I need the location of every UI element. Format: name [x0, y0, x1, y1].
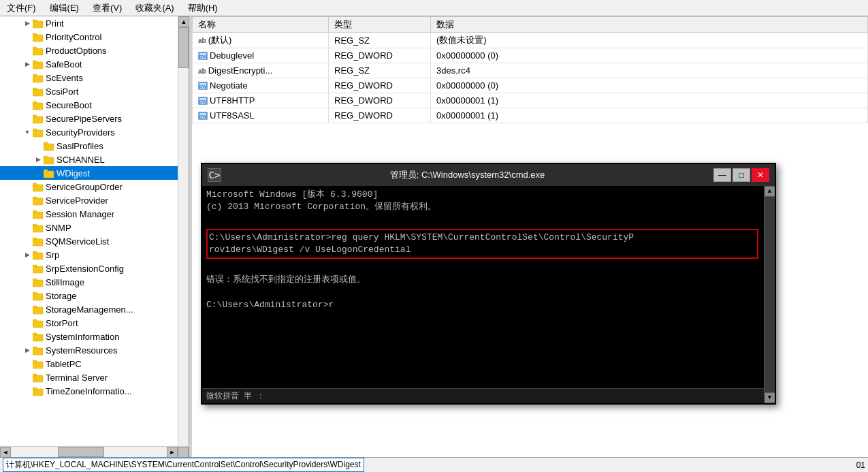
tree-item-systeminformation[interactable]: SystemInformation	[0, 330, 178, 343]
svg-rect-10	[33, 89, 43, 96]
hscroll-track	[11, 447, 167, 457]
tree-toggle-terminal-server[interactable]	[22, 372, 33, 383]
tree-toggle-schannel[interactable]: ▶	[33, 154, 44, 165]
tree-item-systemresources[interactable]: ▶ SystemResources	[0, 343, 178, 357]
reg-row-5[interactable]: DW UTF8SASLREG_DWORD0x00000001 (1)	[193, 108, 868, 123]
reg-row-0[interactable]: ab(默认)REG_SZ(数值未设置)	[193, 33, 868, 48]
tree-toggle-systemresources[interactable]: ▶	[22, 345, 33, 356]
tree-item-sqmservicelist[interactable]: SQMServiceList	[0, 234, 178, 248]
tree-toggle-systeminformation[interactable]	[22, 331, 33, 342]
tree-item-storagemanagement[interactable]: StorageManagemen...	[0, 302, 178, 316]
tree-toggle-sqmservicelist[interactable]	[22, 236, 33, 247]
tree-label-storagemanagement: StorageManagemen...	[46, 304, 133, 315]
tree-item-timezoneinfo[interactable]: TimeZoneInformatio...	[0, 384, 178, 398]
cmd-scroll-down[interactable]: ▼	[765, 392, 775, 403]
tree-item-print[interactable]: ▶ Print	[0, 16, 178, 30]
tree-item-storage[interactable]: Storage	[0, 289, 178, 302]
tree-item-terminal-server[interactable]: Terminal Server	[0, 371, 178, 384]
tree-toggle-securepipeservers[interactable]	[22, 113, 33, 124]
menu-view[interactable]: 查看(V)	[89, 1, 126, 16]
tree-toggle-safeboot[interactable]: ▶	[22, 59, 33, 69]
menu-help[interactable]: 帮助(H)	[184, 1, 222, 16]
tree-toggle-tabletpc[interactable]	[22, 358, 33, 369]
tree-item-serviceprovider[interactable]: ServiceProvider	[0, 193, 178, 207]
tree-label-schannel: SCHANNEL	[57, 155, 105, 165]
tree-toggle-storagemanagement[interactable]	[22, 304, 33, 315]
reg-data-2: 3des,rc4	[431, 63, 868, 78]
menu-edit[interactable]: 编辑(E)	[46, 1, 83, 16]
tree-toggle-print[interactable]: ▶	[22, 18, 33, 29]
tree-item-safeboot[interactable]: ▶ SafeBoot	[0, 57, 178, 71]
cmd-scroll-up[interactable]: ▲	[765, 186, 775, 197]
tree-container: ▶ Print PriorityControl ProductOptions▶ …	[0, 16, 178, 457]
scroll-thumb[interactable]	[178, 27, 189, 68]
tree-toggle-srp[interactable]: ▶	[22, 249, 33, 260]
cmd-minimize-btn[interactable]: —	[713, 168, 731, 182]
tree-item-securityproviders[interactable]: ▼ SecurityProviders	[0, 125, 178, 139]
tree-item-schannel[interactable]: ▶ SCHANNEL	[0, 153, 178, 166]
tree-toggle-prioritycontrol[interactable]	[22, 31, 33, 42]
svg-rect-6	[33, 62, 43, 69]
tree-toggle-session-manager[interactable]	[22, 208, 33, 219]
tree-item-secureboot[interactable]: SecureBoot	[0, 98, 178, 112]
tree-item-session-manager[interactable]: Session Manager	[0, 207, 178, 221]
tree-toggle-wdigest[interactable]	[33, 168, 44, 178]
tree-label-srp: Srp	[46, 250, 59, 260]
tree-item-securepipeservers[interactable]: SecurePipeServers	[0, 112, 178, 125]
tree-item-storport[interactable]: StorPort	[0, 316, 178, 330]
svg-rect-35	[33, 251, 37, 253]
tree-toggle-secureboot[interactable]	[22, 99, 33, 110]
tree-toggle-serviceprovider[interactable]	[22, 195, 33, 206]
tree-scrollbar[interactable]: ▲ ▼	[178, 16, 189, 457]
tree-item-snmp[interactable]: SNMP	[0, 221, 178, 234]
tree-toggle-timezoneinfo[interactable]	[22, 386, 33, 396]
reg-icon-4: DW	[198, 95, 210, 106]
reg-row-3[interactable]: DW NegotiateREG_DWORD0x00000000 (0)	[193, 78, 868, 93]
tree-item-srpextensionconfig[interactable]: SrpExtensionConfig	[0, 262, 178, 275]
tree-label-storage: Storage	[46, 291, 77, 301]
cmd-scrollbar[interactable]: ▲ ▼	[764, 186, 775, 403]
tree-item-scsiport[interactable]: ScsiPort	[0, 84, 178, 98]
svg-rect-40	[33, 294, 43, 300]
tree-item-tabletpc[interactable]: TabletPC	[0, 357, 178, 371]
tree-toggle-storage[interactable]	[22, 290, 33, 301]
tree-label-snmp: SNMP	[46, 223, 71, 233]
tree-toggle-securityproviders[interactable]: ▼	[22, 127, 33, 138]
tree-toggle-storport[interactable]	[22, 317, 33, 328]
tree-toggle-scevents[interactable]	[22, 72, 33, 83]
tree-item-srp[interactable]: ▶ Srp	[0, 248, 178, 262]
svg-text:DW: DW	[199, 99, 206, 104]
tree-toggle-servicegrouporder[interactable]	[22, 181, 33, 192]
tree-item-scevents[interactable]: ScEvents	[0, 71, 178, 84]
menu-favorites[interactable]: 收藏夹(A)	[131, 1, 178, 16]
tree-item-stillimage[interactable]: StillImage	[0, 275, 178, 289]
reg-data-1: 0x00000000 (0)	[431, 48, 868, 63]
tree-item-saslprofiles[interactable]: SaslProfiles	[0, 139, 178, 153]
cmd-line-0: Microsoft Windows [版本 6.3.9600]	[206, 189, 758, 201]
reg-row-2[interactable]: abDigestEncrypti...REG_SZ3des,rc4	[193, 63, 868, 78]
reg-icon-2: ab	[198, 65, 208, 76]
menu-file[interactable]: 文件(F)	[3, 1, 40, 16]
cmd-close-btn[interactable]: ✕	[752, 168, 769, 182]
tree-item-productoptions[interactable]: ProductOptions	[0, 44, 178, 57]
tree-toggle-saslprofiles[interactable]	[33, 140, 44, 151]
hscroll-thumb[interactable]	[58, 447, 105, 457]
hscroll-right[interactable]: ►	[167, 447, 178, 458]
tree-toggle-productoptions[interactable]	[22, 45, 33, 56]
tree-toggle-stillimage[interactable]	[22, 277, 33, 287]
tree-toggle-scsiport[interactable]	[22, 86, 33, 97]
tree-label-securepipeservers: SecurePipeServers	[46, 114, 122, 124]
tree-item-prioritycontrol[interactable]: PriorityControl	[0, 30, 178, 44]
tree-item-servicegrouporder[interactable]: ServiceGroupOrder	[0, 180, 178, 193]
tree-toggle-snmp[interactable]	[22, 222, 33, 233]
reg-row-4[interactable]: DW UTF8HTTPREG_DWORD0x00000001 (1)	[193, 93, 868, 108]
reg-row-1[interactable]: DW DebuglevelREG_DWORD0x00000000 (0)	[193, 48, 868, 63]
tree-hscrollbar[interactable]: ◄ ►	[0, 446, 189, 457]
tree-item-wdigest[interactable]: WDigest	[0, 166, 178, 180]
scroll-up-btn[interactable]: ▲	[178, 16, 189, 27]
hscroll-left[interactable]: ◄	[0, 447, 11, 458]
tree-toggle-srpextensionconfig[interactable]	[22, 263, 33, 274]
col-type: 类型	[329, 17, 431, 33]
folder-icon-snmp	[33, 222, 46, 234]
cmd-maximize-btn[interactable]: □	[733, 168, 750, 182]
